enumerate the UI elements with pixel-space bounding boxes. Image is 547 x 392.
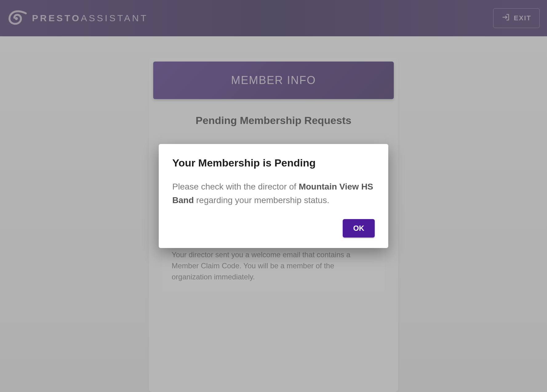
membership-pending-dialog: Your Membership is Pending Please check … xyxy=(159,144,388,248)
dialog-title: Your Membership is Pending xyxy=(172,157,375,169)
dialog-body: Please check with the director of Mounta… xyxy=(172,180,375,207)
modal-scrim[interactable]: Your Membership is Pending Please check … xyxy=(0,0,547,392)
dialog-actions: OK xyxy=(172,219,375,238)
ok-button[interactable]: OK xyxy=(343,219,375,238)
